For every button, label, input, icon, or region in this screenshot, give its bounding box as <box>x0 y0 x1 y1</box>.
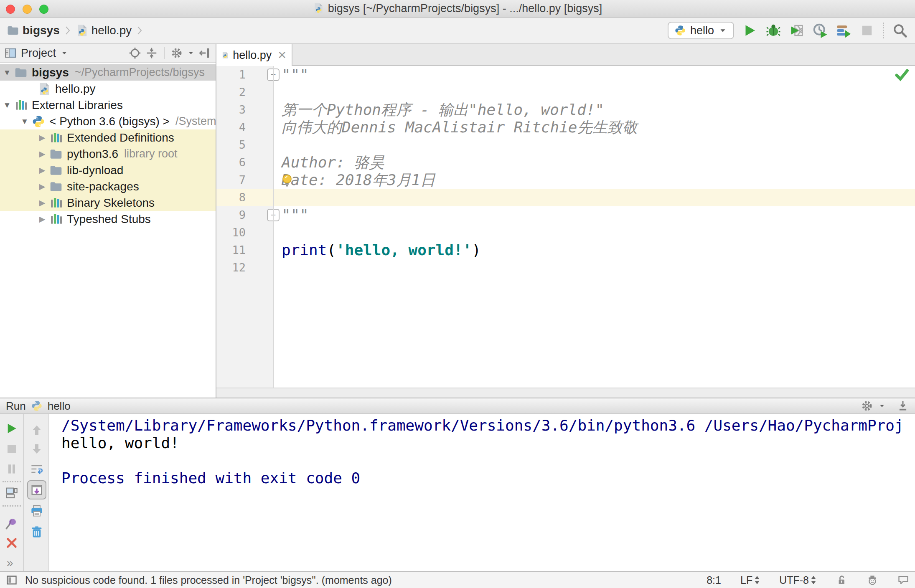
event-log-icon[interactable] <box>897 574 909 586</box>
scroll-to-end-button[interactable] <box>27 480 46 499</box>
code-line[interactable]: 7Date: 2018年3月1日 <box>216 171 915 189</box>
tree-expand-arrow[interactable]: ▼ <box>0 101 14 110</box>
run-config-name: hello <box>48 400 71 413</box>
locate-file-button[interactable] <box>129 47 141 59</box>
chevron-down-icon[interactable] <box>878 402 886 410</box>
tree-item[interactable]: ▶lib-dynload <box>0 162 216 178</box>
tree-item[interactable]: hello.py <box>0 81 216 97</box>
chevron-down-icon[interactable] <box>60 49 69 57</box>
settings-gear-button[interactable] <box>170 47 183 59</box>
rerun-button[interactable] <box>5 422 18 435</box>
code-line[interactable]: 9"""− <box>216 206 915 224</box>
tree-item-label: Binary Skeletons <box>67 196 155 210</box>
write-access-lock-icon[interactable] <box>836 574 847 586</box>
code-line[interactable]: 4向伟大的Dennis MacAlistair Ritchie先生致敬 <box>216 119 915 136</box>
collapse-all-button[interactable] <box>145 47 158 59</box>
close-tab-icon[interactable]: ✕ <box>277 49 287 62</box>
console-line: /System/Library/Frameworks/Python.framew… <box>61 417 915 434</box>
profile-button[interactable] <box>813 23 828 38</box>
code-line[interactable]: 1"""− <box>216 66 915 84</box>
inspection-ok-icon[interactable] <box>894 67 909 82</box>
tree-item[interactable]: ▼External Libraries <box>0 97 216 113</box>
hide-run-panel-button[interactable] <box>897 400 909 412</box>
code-line[interactable]: 12 <box>216 259 915 276</box>
tree-collapse-arrow[interactable]: ▶ <box>35 198 49 208</box>
tree-item[interactable]: ▶site-packages <box>0 178 216 195</box>
tree-item[interactable]: ▶Extended Definitions <box>0 129 216 146</box>
code-text <box>273 259 915 276</box>
folder-icon <box>7 24 19 37</box>
breadcrumb-project[interactable]: bigsys <box>23 24 60 37</box>
tree-item-hint: library root <box>124 147 178 160</box>
debug-button[interactable] <box>766 23 781 38</box>
code-text <box>273 136 915 154</box>
tree-collapse-arrow[interactable]: ▶ <box>35 133 49 142</box>
tab-label: hello.py <box>233 49 272 62</box>
console-output[interactable]: /System/Library/Frameworks/Python.framew… <box>50 414 915 571</box>
restore-layout-button[interactable] <box>5 486 18 499</box>
more-options-button[interactable]: » <box>7 556 13 570</box>
highlighting-level-icon[interactable] <box>867 574 878 586</box>
run-configuration-select[interactable]: hello <box>668 22 734 39</box>
project-panel-title[interactable]: Project <box>21 47 56 60</box>
code-line[interactable]: 6Author: 骆昊 <box>216 154 915 171</box>
run-with-coverage-button[interactable] <box>789 23 804 38</box>
soft-wrap-button[interactable] <box>30 462 43 476</box>
chevron-down-icon[interactable] <box>187 49 195 57</box>
print-button[interactable] <box>30 504 43 517</box>
close-window-button[interactable] <box>6 5 15 14</box>
minimize-window-button[interactable] <box>23 5 32 14</box>
console-line: Process finished with exit code 0 <box>61 469 915 487</box>
code-text: print('hello, world!') <box>273 241 915 259</box>
line-separator-select[interactable]: LF <box>740 574 760 586</box>
zoom-window-button[interactable] <box>39 5 48 14</box>
tree-item[interactable]: ▶Binary Skeletons <box>0 195 216 211</box>
tree-collapse-arrow[interactable]: ▶ <box>35 165 49 175</box>
project-tree: ▼bigsys~/PycharmProjects/bigsyshello.py▼… <box>0 63 216 227</box>
hide-panel-button[interactable] <box>199 47 211 59</box>
python-icon <box>32 115 45 128</box>
code-line[interactable]: 3第一个Python程序 - 输出"hello, world!" <box>216 101 915 119</box>
editor-scrollbar-strip[interactable] <box>216 388 915 398</box>
tab-hello-py[interactable]: hello.py ✕ <box>216 44 292 66</box>
caret-position[interactable]: 8:1 <box>707 574 721 586</box>
tree-collapse-arrow[interactable]: ▶ <box>35 149 49 159</box>
tree-item[interactable]: ▶python3.6library root <box>0 146 216 162</box>
code-line[interactable]: 2 <box>216 84 915 101</box>
python-file-icon <box>313 3 324 14</box>
tree-item[interactable]: ▶Typeshed Stubs <box>0 211 216 227</box>
updown-arrows-icon <box>754 575 760 585</box>
code-lines: 1"""−23第一个Python程序 - 输出"hello, world!"4向… <box>216 66 915 276</box>
line-number: 9 <box>216 206 273 224</box>
run-settings-gear-button[interactable] <box>861 400 873 412</box>
code-line[interactable]: 11print('hello, world!') <box>216 241 915 259</box>
tree-item-label: < Python 3.6 (bigsys) > <box>49 115 170 128</box>
code-line[interactable]: 8 <box>216 189 915 206</box>
run-panel-title[interactable]: Run <box>6 400 26 413</box>
editor-content[interactable]: 1"""−23第一个Python程序 - 输出"hello, world!"4向… <box>216 66 915 388</box>
gutter-divider <box>273 66 274 388</box>
run-button[interactable] <box>742 23 757 38</box>
updown-arrows-icon <box>811 575 816 585</box>
tool-windows-button[interactable] <box>6 574 18 586</box>
tree-collapse-arrow[interactable]: ▶ <box>35 182 49 191</box>
code-line[interactable]: 5 <box>216 136 915 154</box>
clear-console-button[interactable] <box>30 525 43 539</box>
tree-collapse-arrow[interactable]: ▶ <box>35 214 49 224</box>
tree-expand-arrow[interactable]: ▼ <box>0 68 14 77</box>
breadcrumb-file[interactable]: hello.py <box>92 24 132 37</box>
tree-item-label: hello.py <box>55 82 96 96</box>
scroll-to-end-icon <box>30 483 43 497</box>
encoding-select[interactable]: UTF-8 <box>779 574 816 586</box>
tree-expand-arrow[interactable]: ▼ <box>18 117 32 126</box>
intention-bulb-icon[interactable] <box>280 173 294 188</box>
search-everywhere-button[interactable] <box>892 23 907 38</box>
pin-tab-button[interactable] <box>5 517 18 530</box>
concurrency-diagram-button[interactable] <box>836 23 851 38</box>
tree-item[interactable]: ▼< Python 3.6 (bigsys) >/System <box>0 113 216 129</box>
library-icon <box>14 99 28 112</box>
close-panel-button[interactable] <box>5 536 18 550</box>
tree-item[interactable]: ▼bigsys~/PycharmProjects/bigsys <box>0 64 216 81</box>
code-line[interactable]: 10 <box>216 224 915 241</box>
code-text: """ <box>273 206 915 224</box>
